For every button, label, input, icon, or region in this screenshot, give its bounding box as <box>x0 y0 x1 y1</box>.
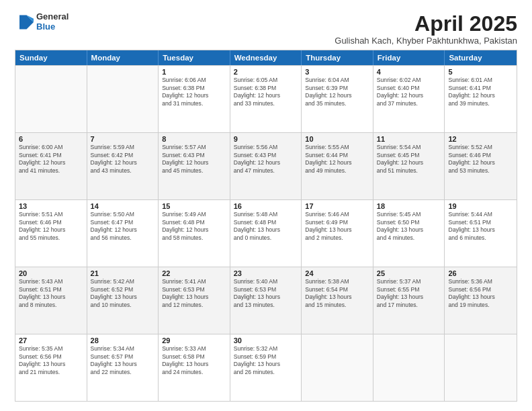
cell-date-number: 13 <box>19 202 83 210</box>
calendar-header-cell: Saturday <box>445 50 517 65</box>
cell-date-number: 24 <box>305 269 369 277</box>
cell-date-number: 14 <box>91 202 155 210</box>
cell-date-number: 1 <box>162 68 226 76</box>
calendar-day-cell: 3Sunrise: 6:04 AM Sunset: 6:39 PM Daylig… <box>302 66 373 132</box>
title-block: April 2025 Gulishah Kach, Khyber Pakhtun… <box>335 12 517 46</box>
calendar-day-cell: 21Sunrise: 5:42 AM Sunset: 6:52 PM Dayli… <box>87 267 159 334</box>
calendar-day-cell: 13Sunrise: 5:51 AM Sunset: 6:46 PM Dayli… <box>15 200 87 267</box>
cell-date-number: 12 <box>448 135 513 143</box>
calendar-header-cell: Thursday <box>302 50 373 65</box>
calendar-empty-cell <box>15 66 87 132</box>
calendar-day-cell: 25Sunrise: 5:37 AM Sunset: 6:55 PM Dayli… <box>373 267 445 334</box>
calendar-day-cell: 2Sunrise: 6:05 AM Sunset: 6:38 PM Daylig… <box>230 66 302 132</box>
cell-date-number: 8 <box>162 135 226 143</box>
cell-daylight-info: Sunrise: 5:49 AM Sunset: 6:48 PM Dayligh… <box>162 211 226 242</box>
cell-daylight-info: Sunrise: 6:04 AM Sunset: 6:39 PM Dayligh… <box>305 77 369 107</box>
cell-date-number: 16 <box>234 202 298 210</box>
cell-date-number: 6 <box>19 135 83 143</box>
calendar-day-cell: 16Sunrise: 5:48 AM Sunset: 6:48 PM Dayli… <box>230 200 302 267</box>
cell-daylight-info: Sunrise: 5:54 AM Sunset: 6:45 PM Dayligh… <box>377 144 441 175</box>
calendar-day-cell: 1Sunrise: 6:06 AM Sunset: 6:38 PM Daylig… <box>159 66 230 132</box>
cell-daylight-info: Sunrise: 5:34 AM Sunset: 6:57 PM Dayligh… <box>91 345 155 376</box>
calendar-day-cell: 26Sunrise: 5:36 AM Sunset: 6:56 PM Dayli… <box>445 267 517 334</box>
calendar-day-cell: 11Sunrise: 5:54 AM Sunset: 6:45 PM Dayli… <box>373 133 445 199</box>
cell-daylight-info: Sunrise: 5:50 AM Sunset: 6:47 PM Dayligh… <box>91 211 155 242</box>
calendar-week-row: 20Sunrise: 5:43 AM Sunset: 6:51 PM Dayli… <box>15 267 517 334</box>
calendar-empty-cell <box>373 334 445 401</box>
calendar-day-cell: 18Sunrise: 5:45 AM Sunset: 6:50 PM Dayli… <box>373 200 445 267</box>
calendar-day-cell: 10Sunrise: 5:55 AM Sunset: 6:44 PM Dayli… <box>302 133 373 199</box>
header: General Blue April 2025 Gulishah Kach, K… <box>15 12 517 46</box>
cell-date-number: 19 <box>448 202 513 210</box>
cell-daylight-info: Sunrise: 5:32 AM Sunset: 6:59 PM Dayligh… <box>234 345 298 376</box>
calendar-day-cell: 7Sunrise: 5:59 AM Sunset: 6:42 PM Daylig… <box>87 133 159 199</box>
cell-date-number: 18 <box>377 202 441 210</box>
cell-date-number: 21 <box>91 269 155 277</box>
cell-date-number: 23 <box>234 269 298 277</box>
cell-daylight-info: Sunrise: 5:59 AM Sunset: 6:42 PM Dayligh… <box>91 144 155 175</box>
cell-date-number: 9 <box>234 135 298 143</box>
calendar-day-cell: 6Sunrise: 6:00 AM Sunset: 6:41 PM Daylig… <box>15 133 87 199</box>
month-title: April 2025 <box>335 12 517 36</box>
cell-daylight-info: Sunrise: 5:37 AM Sunset: 6:55 PM Dayligh… <box>377 278 441 309</box>
cell-date-number: 3 <box>305 68 369 76</box>
cell-daylight-info: Sunrise: 5:56 AM Sunset: 6:43 PM Dayligh… <box>234 144 298 175</box>
cell-daylight-info: Sunrise: 5:43 AM Sunset: 6:51 PM Dayligh… <box>19 278 83 309</box>
calendar-header-row: SundayMondayTuesdayWednesdayThursdayFrid… <box>15 50 517 65</box>
svg-marker-0 <box>19 15 34 29</box>
cell-daylight-info: Sunrise: 5:42 AM Sunset: 6:52 PM Dayligh… <box>91 278 155 309</box>
cell-daylight-info: Sunrise: 5:55 AM Sunset: 6:44 PM Dayligh… <box>305 144 369 175</box>
cell-daylight-info: Sunrise: 5:41 AM Sunset: 6:53 PM Dayligh… <box>162 278 226 309</box>
calendar-day-cell: 20Sunrise: 5:43 AM Sunset: 6:51 PM Dayli… <box>15 267 87 334</box>
calendar-week-row: 6Sunrise: 6:00 AM Sunset: 6:41 PM Daylig… <box>15 132 517 199</box>
cell-daylight-info: Sunrise: 6:05 AM Sunset: 6:38 PM Dayligh… <box>234 77 298 107</box>
location-subtitle: Gulishah Kach, Khyber Pakhtunkhwa, Pakis… <box>335 36 517 46</box>
calendar-day-cell: 19Sunrise: 5:44 AM Sunset: 6:51 PM Dayli… <box>445 200 517 267</box>
calendar-day-cell: 24Sunrise: 5:38 AM Sunset: 6:54 PM Dayli… <box>302 267 373 334</box>
cell-date-number: 4 <box>377 68 441 76</box>
calendar-empty-cell <box>445 334 517 401</box>
cell-daylight-info: Sunrise: 5:36 AM Sunset: 6:56 PM Dayligh… <box>448 278 513 309</box>
calendar-day-cell: 28Sunrise: 5:34 AM Sunset: 6:57 PM Dayli… <box>87 334 159 401</box>
cell-date-number: 30 <box>234 336 298 345</box>
cell-date-number: 28 <box>91 336 155 345</box>
calendar-day-cell: 27Sunrise: 5:35 AM Sunset: 6:56 PM Dayli… <box>15 334 87 401</box>
cell-daylight-info: Sunrise: 6:00 AM Sunset: 6:41 PM Dayligh… <box>19 144 83 175</box>
calendar-header-cell: Monday <box>87 50 159 65</box>
calendar-empty-cell <box>87 66 159 132</box>
cell-daylight-info: Sunrise: 5:48 AM Sunset: 6:48 PM Dayligh… <box>234 211 298 242</box>
calendar-day-cell: 23Sunrise: 5:40 AM Sunset: 6:53 PM Dayli… <box>230 267 302 334</box>
calendar-day-cell: 14Sunrise: 5:50 AM Sunset: 6:47 PM Dayli… <box>87 200 159 267</box>
calendar-day-cell: 8Sunrise: 5:57 AM Sunset: 6:43 PM Daylig… <box>159 133 230 199</box>
cell-daylight-info: Sunrise: 5:45 AM Sunset: 6:50 PM Dayligh… <box>377 211 441 242</box>
calendar-header-cell: Wednesday <box>230 50 302 65</box>
cell-daylight-info: Sunrise: 6:01 AM Sunset: 6:41 PM Dayligh… <box>448 77 513 107</box>
calendar-week-row: 27Sunrise: 5:35 AM Sunset: 6:56 PM Dayli… <box>15 334 517 401</box>
calendar-header-cell: Friday <box>373 50 445 65</box>
cell-daylight-info: Sunrise: 5:52 AM Sunset: 6:46 PM Dayligh… <box>448 144 513 175</box>
cell-daylight-info: Sunrise: 6:06 AM Sunset: 6:38 PM Dayligh… <box>162 77 226 107</box>
cell-daylight-info: Sunrise: 6:02 AM Sunset: 6:40 PM Dayligh… <box>377 77 441 107</box>
logo-blue: Blue <box>36 22 69 32</box>
cell-date-number: 26 <box>448 269 513 277</box>
cell-date-number: 27 <box>19 336 83 345</box>
cell-date-number: 20 <box>19 269 83 277</box>
cell-date-number: 2 <box>234 68 298 76</box>
cell-date-number: 25 <box>377 269 441 277</box>
logo-general: General <box>36 12 69 22</box>
cell-daylight-info: Sunrise: 5:40 AM Sunset: 6:53 PM Dayligh… <box>234 278 298 309</box>
cell-date-number: 10 <box>305 135 369 143</box>
calendar-day-cell: 4Sunrise: 6:02 AM Sunset: 6:40 PM Daylig… <box>373 66 445 132</box>
calendar-week-row: 1Sunrise: 6:06 AM Sunset: 6:38 PM Daylig… <box>15 65 517 132</box>
calendar-day-cell: 5Sunrise: 6:01 AM Sunset: 6:41 PM Daylig… <box>445 66 517 132</box>
cell-date-number: 5 <box>448 68 513 76</box>
calendar-day-cell: 15Sunrise: 5:49 AM Sunset: 6:48 PM Dayli… <box>159 200 230 267</box>
cell-date-number: 29 <box>162 336 226 345</box>
cell-daylight-info: Sunrise: 5:33 AM Sunset: 6:58 PM Dayligh… <box>162 345 226 376</box>
calendar-body: 1Sunrise: 6:06 AM Sunset: 6:38 PM Daylig… <box>15 65 517 401</box>
calendar-day-cell: 17Sunrise: 5:46 AM Sunset: 6:49 PM Dayli… <box>302 200 373 267</box>
calendar-header-cell: Tuesday <box>159 50 230 65</box>
cell-date-number: 22 <box>162 269 226 277</box>
cell-daylight-info: Sunrise: 5:44 AM Sunset: 6:51 PM Dayligh… <box>448 211 513 242</box>
calendar-empty-cell <box>302 334 373 401</box>
